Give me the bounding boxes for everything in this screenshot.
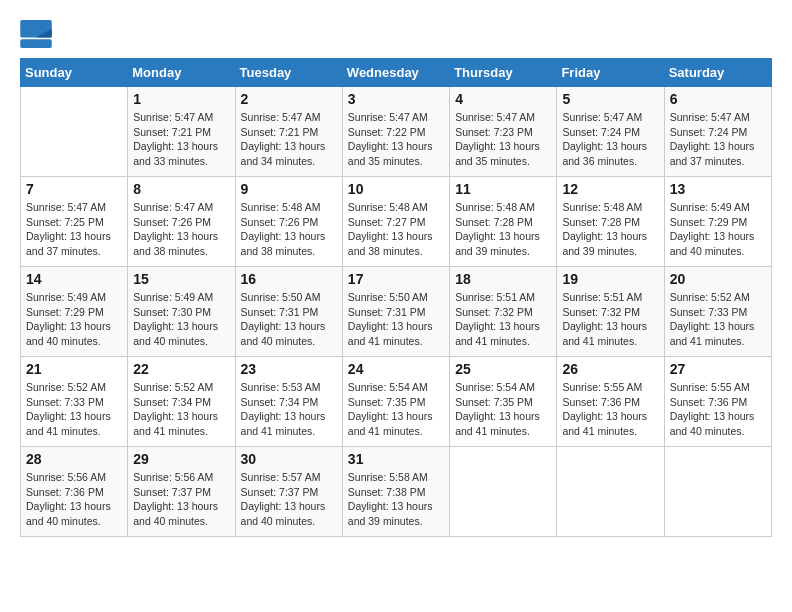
day-info: Sunrise: 5:56 AM Sunset: 7:36 PM Dayligh… [26,470,122,529]
day-info: Sunrise: 5:47 AM Sunset: 7:23 PM Dayligh… [455,110,551,169]
day-number: 3 [348,91,444,107]
calendar-cell: 7Sunrise: 5:47 AM Sunset: 7:25 PM Daylig… [21,177,128,267]
calendar-cell: 22Sunrise: 5:52 AM Sunset: 7:34 PM Dayli… [128,357,235,447]
calendar-week-row: 1Sunrise: 5:47 AM Sunset: 7:21 PM Daylig… [21,87,772,177]
day-info: Sunrise: 5:47 AM Sunset: 7:24 PM Dayligh… [670,110,766,169]
day-info: Sunrise: 5:57 AM Sunset: 7:37 PM Dayligh… [241,470,337,529]
day-number: 24 [348,361,444,377]
column-header-tuesday: Tuesday [235,59,342,87]
day-number: 9 [241,181,337,197]
column-header-monday: Monday [128,59,235,87]
day-number: 15 [133,271,229,287]
calendar-cell: 1Sunrise: 5:47 AM Sunset: 7:21 PM Daylig… [128,87,235,177]
calendar-cell [21,87,128,177]
day-info: Sunrise: 5:49 AM Sunset: 7:30 PM Dayligh… [133,290,229,349]
day-info: Sunrise: 5:51 AM Sunset: 7:32 PM Dayligh… [455,290,551,349]
day-number: 4 [455,91,551,107]
calendar-cell: 21Sunrise: 5:52 AM Sunset: 7:33 PM Dayli… [21,357,128,447]
day-info: Sunrise: 5:52 AM Sunset: 7:34 PM Dayligh… [133,380,229,439]
day-number: 30 [241,451,337,467]
day-number: 5 [562,91,658,107]
calendar-week-row: 7Sunrise: 5:47 AM Sunset: 7:25 PM Daylig… [21,177,772,267]
day-number: 12 [562,181,658,197]
column-header-friday: Friday [557,59,664,87]
calendar-table: SundayMondayTuesdayWednesdayThursdayFrid… [20,58,772,537]
calendar-cell: 11Sunrise: 5:48 AM Sunset: 7:28 PM Dayli… [450,177,557,267]
calendar-cell: 8Sunrise: 5:47 AM Sunset: 7:26 PM Daylig… [128,177,235,267]
day-number: 31 [348,451,444,467]
day-info: Sunrise: 5:51 AM Sunset: 7:32 PM Dayligh… [562,290,658,349]
page-header [20,20,772,48]
day-info: Sunrise: 5:47 AM Sunset: 7:24 PM Dayligh… [562,110,658,169]
day-number: 17 [348,271,444,287]
calendar-cell: 19Sunrise: 5:51 AM Sunset: 7:32 PM Dayli… [557,267,664,357]
calendar-week-row: 28Sunrise: 5:56 AM Sunset: 7:36 PM Dayli… [21,447,772,537]
day-info: Sunrise: 5:47 AM Sunset: 7:22 PM Dayligh… [348,110,444,169]
day-number: 6 [670,91,766,107]
day-info: Sunrise: 5:55 AM Sunset: 7:36 PM Dayligh… [562,380,658,439]
calendar-cell: 3Sunrise: 5:47 AM Sunset: 7:22 PM Daylig… [342,87,449,177]
day-number: 21 [26,361,122,377]
day-number: 14 [26,271,122,287]
day-number: 27 [670,361,766,377]
day-info: Sunrise: 5:48 AM Sunset: 7:28 PM Dayligh… [455,200,551,259]
column-header-sunday: Sunday [21,59,128,87]
day-info: Sunrise: 5:56 AM Sunset: 7:37 PM Dayligh… [133,470,229,529]
day-number: 23 [241,361,337,377]
calendar-cell: 23Sunrise: 5:53 AM Sunset: 7:34 PM Dayli… [235,357,342,447]
calendar-cell: 15Sunrise: 5:49 AM Sunset: 7:30 PM Dayli… [128,267,235,357]
column-header-thursday: Thursday [450,59,557,87]
calendar-cell: 25Sunrise: 5:54 AM Sunset: 7:35 PM Dayli… [450,357,557,447]
day-number: 10 [348,181,444,197]
svg-rect-2 [20,39,52,48]
day-number: 1 [133,91,229,107]
day-info: Sunrise: 5:49 AM Sunset: 7:29 PM Dayligh… [26,290,122,349]
calendar-cell: 9Sunrise: 5:48 AM Sunset: 7:26 PM Daylig… [235,177,342,267]
day-number: 13 [670,181,766,197]
calendar-cell: 24Sunrise: 5:54 AM Sunset: 7:35 PM Dayli… [342,357,449,447]
logo [20,20,56,48]
day-info: Sunrise: 5:47 AM Sunset: 7:26 PM Dayligh… [133,200,229,259]
day-number: 20 [670,271,766,287]
day-number: 26 [562,361,658,377]
calendar-week-row: 14Sunrise: 5:49 AM Sunset: 7:29 PM Dayli… [21,267,772,357]
day-number: 8 [133,181,229,197]
calendar-cell [557,447,664,537]
logo-icon [20,20,52,48]
calendar-cell [664,447,771,537]
calendar-cell [450,447,557,537]
calendar-cell: 30Sunrise: 5:57 AM Sunset: 7:37 PM Dayli… [235,447,342,537]
calendar-cell: 2Sunrise: 5:47 AM Sunset: 7:21 PM Daylig… [235,87,342,177]
calendar-cell: 5Sunrise: 5:47 AM Sunset: 7:24 PM Daylig… [557,87,664,177]
calendar-cell: 18Sunrise: 5:51 AM Sunset: 7:32 PM Dayli… [450,267,557,357]
day-info: Sunrise: 5:50 AM Sunset: 7:31 PM Dayligh… [241,290,337,349]
calendar-cell: 4Sunrise: 5:47 AM Sunset: 7:23 PM Daylig… [450,87,557,177]
calendar-cell: 26Sunrise: 5:55 AM Sunset: 7:36 PM Dayli… [557,357,664,447]
day-number: 22 [133,361,229,377]
day-number: 16 [241,271,337,287]
calendar-cell: 20Sunrise: 5:52 AM Sunset: 7:33 PM Dayli… [664,267,771,357]
day-info: Sunrise: 5:47 AM Sunset: 7:25 PM Dayligh… [26,200,122,259]
day-number: 2 [241,91,337,107]
calendar-cell: 13Sunrise: 5:49 AM Sunset: 7:29 PM Dayli… [664,177,771,267]
day-number: 29 [133,451,229,467]
calendar-header-row: SundayMondayTuesdayWednesdayThursdayFrid… [21,59,772,87]
day-info: Sunrise: 5:48 AM Sunset: 7:28 PM Dayligh… [562,200,658,259]
calendar-cell: 31Sunrise: 5:58 AM Sunset: 7:38 PM Dayli… [342,447,449,537]
day-number: 18 [455,271,551,287]
day-info: Sunrise: 5:50 AM Sunset: 7:31 PM Dayligh… [348,290,444,349]
column-header-saturday: Saturday [664,59,771,87]
calendar-cell: 16Sunrise: 5:50 AM Sunset: 7:31 PM Dayli… [235,267,342,357]
day-info: Sunrise: 5:54 AM Sunset: 7:35 PM Dayligh… [455,380,551,439]
day-number: 28 [26,451,122,467]
day-info: Sunrise: 5:55 AM Sunset: 7:36 PM Dayligh… [670,380,766,439]
day-info: Sunrise: 5:53 AM Sunset: 7:34 PM Dayligh… [241,380,337,439]
calendar-cell: 27Sunrise: 5:55 AM Sunset: 7:36 PM Dayli… [664,357,771,447]
calendar-cell: 14Sunrise: 5:49 AM Sunset: 7:29 PM Dayli… [21,267,128,357]
calendar-cell: 29Sunrise: 5:56 AM Sunset: 7:37 PM Dayli… [128,447,235,537]
calendar-cell: 12Sunrise: 5:48 AM Sunset: 7:28 PM Dayli… [557,177,664,267]
day-number: 7 [26,181,122,197]
column-header-wednesday: Wednesday [342,59,449,87]
day-number: 11 [455,181,551,197]
day-info: Sunrise: 5:52 AM Sunset: 7:33 PM Dayligh… [670,290,766,349]
